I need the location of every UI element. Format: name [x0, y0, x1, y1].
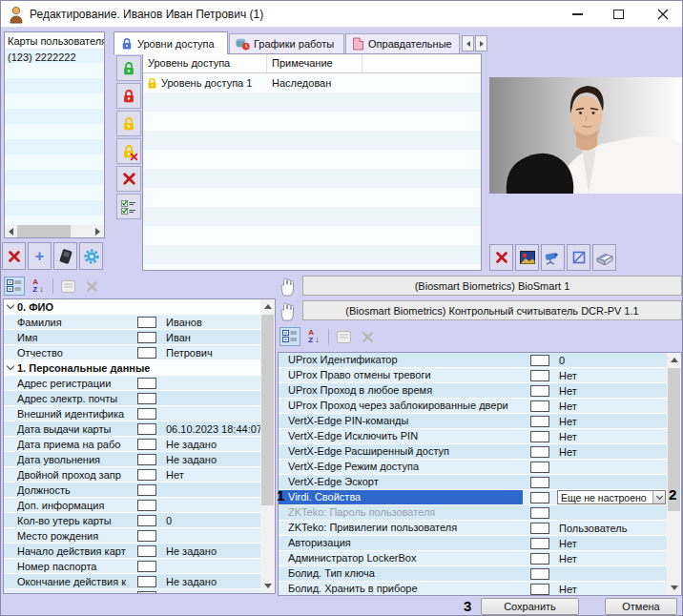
property-checkbox[interactable]: [530, 584, 549, 595]
property-row[interactable]: Доп. информация: [4, 498, 262, 513]
scroll-down-icon[interactable]: [260, 579, 275, 593]
property-row[interactable]: [4, 589, 262, 594]
tab-excuse-documents[interactable]: Оправдательные: [345, 33, 460, 53]
column-header-level[interactable]: Уровень доступа: [143, 54, 267, 72]
reset-property-button[interactable]: [81, 277, 102, 296]
property-checkbox[interactable]: [137, 576, 156, 587]
property-row[interactable]: Номер паспорта: [4, 559, 262, 574]
property-checkbox[interactable]: [530, 370, 549, 381]
remove-inherit-button[interactable]: [116, 138, 141, 164]
category-collapse-icon[interactable]: [7, 301, 14, 309]
minimize-button[interactable]: [563, 1, 591, 28]
property-row[interactable]: Место рождения: [4, 528, 262, 544]
scroll-up-icon[interactable]: [667, 353, 681, 367]
reader-button-dcr-pv[interactable]: (Biosmart Biometrics) Контрольный считыв…: [302, 300, 682, 320]
select-all-levels-button[interactable]: [116, 194, 141, 219]
card-settings-button[interactable]: [79, 242, 103, 270]
property-row[interactable]: Болид. Хранить в приборе Нет Нет: [279, 582, 669, 596]
property-checkbox[interactable]: [137, 332, 156, 343]
deny-level-button[interactable]: [116, 83, 141, 109]
property-row[interactable]: Окончание действия к Не задано: [4, 574, 262, 589]
property-checkbox[interactable]: [530, 446, 549, 458]
property-checkbox[interactable]: [137, 545, 156, 557]
scan-photo-button[interactable]: [592, 244, 616, 271]
property-checkbox[interactable]: [137, 347, 156, 359]
property-checkbox[interactable]: [530, 568, 549, 580]
cancel-button[interactable]: Отмена: [605, 598, 677, 615]
property-checkbox[interactable]: [530, 462, 549, 473]
property-checkbox[interactable]: [137, 591, 156, 595]
property-checkbox[interactable]: [530, 477, 549, 488]
property-checkbox[interactable]: [137, 408, 156, 420]
grant-level-button[interactable]: [116, 55, 141, 81]
scrollbar-thumb[interactable]: [261, 315, 274, 505]
sort-az-button[interactable]: AZ↓: [28, 277, 49, 296]
property-row[interactable]: Дата увольнения Не задано: [4, 452, 262, 467]
property-row[interactable]: Отчество Петрович: [4, 345, 262, 360]
maximize-button[interactable]: [604, 1, 632, 28]
property-checkbox[interactable]: [530, 523, 549, 534]
property-checkbox[interactable]: [137, 515, 156, 526]
property-row[interactable]: UProx Проход через заблокированные двери…: [279, 399, 669, 414]
scroll-right-icon[interactable]: [92, 225, 104, 237]
property-row[interactable]: VertX-Edge PIN-команды Нет Нет: [279, 414, 669, 429]
property-row[interactable]: Имя Иван: [4, 330, 262, 345]
property-row[interactable]: Болид. Тип ключа: [279, 566, 669, 582]
property-checkbox[interactable]: [137, 439, 156, 450]
property-checkbox[interactable]: [137, 500, 156, 511]
left-grid-scrollbar[interactable]: [260, 299, 275, 593]
scroll-down-icon[interactable]: [667, 581, 681, 595]
property-checkbox[interactable]: [137, 317, 156, 328]
property-row[interactable]: VertX-Edge Исключить PIN Нет Нет: [279, 429, 669, 444]
property-row[interactable]: VertX-Edge Расширенный доступ Нет Нет: [279, 444, 669, 460]
delete-level-button[interactable]: [116, 166, 141, 192]
property-checkbox[interactable]: [137, 484, 156, 496]
property-checkbox[interactable]: [530, 355, 549, 366]
tab-scroll-right-icon[interactable]: [475, 35, 487, 51]
right-grid-scrollbar[interactable]: [667, 353, 681, 595]
combo-dropdown-button[interactable]: [652, 491, 665, 503]
property-row[interactable]: Фамилия Иванов: [4, 315, 262, 330]
load-photo-button[interactable]: [515, 244, 539, 271]
category-collapse-icon[interactable]: [7, 362, 14, 370]
delete-card-button[interactable]: [2, 242, 26, 270]
cards-horizontal-scrollbar[interactable]: [5, 225, 104, 237]
property-checkbox[interactable]: [137, 454, 156, 465]
property-row[interactable]: 0. ФИО: [4, 299, 262, 315]
scroll-left-icon[interactable]: [5, 225, 17, 237]
property-row[interactable]: UProx Право отмены тревоги Нет Нет: [279, 368, 669, 383]
property-row[interactable]: Администратор LockerBox Нет Нет: [279, 551, 669, 566]
property-row[interactable]: UProx Идентификатор 0 0: [279, 353, 669, 368]
scroll-up-icon[interactable]: [260, 299, 275, 314]
property-row[interactable]: ZKTeko: Привилегии пользователя Пользова…: [279, 521, 669, 536]
property-row[interactable]: Адрес регистрации: [4, 376, 262, 391]
property-row[interactable]: Двойной проход запр Нет: [4, 467, 262, 483]
reader-button-biosmart[interactable]: (Biosmart Biometrics) BioSmart 1: [302, 276, 682, 296]
property-checkbox[interactable]: [530, 431, 549, 442]
delete-photo-button[interactable]: [489, 244, 513, 271]
property-row[interactable]: Дата выдачи карты 06.10.2023 18:44:07: [4, 421, 262, 437]
property-checkbox[interactable]: [137, 423, 156, 435]
property-row[interactable]: Внешний идентифика: [4, 406, 262, 421]
property-checkbox[interactable]: [530, 553, 549, 565]
property-checkbox[interactable]: [530, 507, 549, 519]
property-checkbox[interactable]: [530, 416, 549, 427]
capture-camera-button[interactable]: [541, 244, 565, 271]
property-checkbox[interactable]: [137, 561, 156, 572]
categorized-view-button[interactable]: [279, 327, 300, 346]
reset-property-button[interactable]: [357, 327, 378, 346]
card-list-item[interactable]: (123) 2222222: [5, 50, 104, 66]
read-card-button[interactable]: [53, 242, 77, 270]
property-pages-button[interactable]: [333, 327, 354, 346]
property-checkbox[interactable]: [530, 400, 549, 412]
property-row[interactable]: ZKTeko: Пароль пользователя: [279, 505, 669, 521]
close-button[interactable]: [649, 1, 677, 28]
tab-work-schedules[interactable]: Графики работы: [229, 33, 344, 53]
column-header-note[interactable]: Примечание: [267, 54, 362, 72]
tab-access-levels[interactable]: Уровни доступа: [114, 31, 228, 54]
sort-az-button[interactable]: AZ↓: [303, 327, 324, 346]
property-checkbox[interactable]: [137, 393, 156, 404]
property-combobox[interactable]: Еще не настроено: [557, 490, 666, 504]
property-row[interactable]: Должность: [4, 483, 262, 498]
property-checkbox[interactable]: [137, 378, 156, 389]
